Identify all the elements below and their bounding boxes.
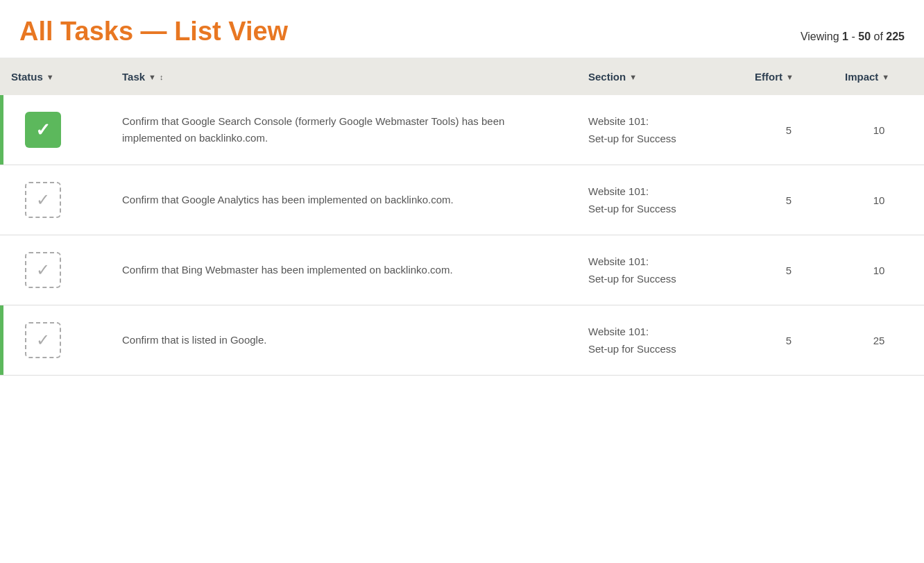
col-header-impact[interactable]: Impact ▼ bbox=[834, 58, 924, 95]
row-indicator bbox=[0, 305, 3, 375]
table-row: ✓Confirm that is listed in Google.Websit… bbox=[0, 305, 924, 376]
viewing-label: Viewing bbox=[801, 31, 839, 42]
status-cell-2[interactable]: ✓ bbox=[0, 235, 111, 305]
effort-cell-1: 5 bbox=[744, 165, 834, 235]
table-header-row: Status ▼ Task ▼ ↕ Section ▼ bbox=[0, 58, 924, 95]
status-cell-3[interactable]: ✓ bbox=[0, 305, 111, 376]
checkbox-pending[interactable]: ✓ bbox=[25, 252, 61, 288]
col-section-label: Section bbox=[588, 71, 626, 83]
checkbox-completed[interactable]: ✓ bbox=[25, 112, 61, 148]
checkmark-icon: ✓ bbox=[36, 190, 50, 210]
row-indicator bbox=[0, 165, 3, 235]
table-wrapper: Status ▼ Task ▼ ↕ Section ▼ bbox=[0, 58, 924, 376]
task-sort-icon: ▼ bbox=[148, 73, 156, 81]
impact-cell-1: 10 bbox=[834, 165, 924, 235]
row-indicator bbox=[0, 95, 3, 165]
section-cell-3: Website 101:Set-up for Success bbox=[577, 305, 744, 376]
table-row: ✓Confirm that Google Analytics has been … bbox=[0, 165, 924, 235]
table-row: ✓Confirm that Bing Webmaster has been im… bbox=[0, 235, 924, 305]
col-effort-label: Effort bbox=[755, 71, 782, 83]
task-cell-0: Confirm that Google Search Console (form… bbox=[111, 95, 577, 165]
section-cell-1: Website 101:Set-up for Success bbox=[577, 165, 744, 235]
table-row: ✓Confirm that Google Search Console (for… bbox=[0, 95, 924, 165]
col-impact-label: Impact bbox=[845, 71, 878, 83]
impact-cell-3: 25 bbox=[834, 305, 924, 376]
effort-cell-2: 5 bbox=[744, 235, 834, 305]
page-title: All Tasks — List View bbox=[19, 17, 288, 47]
viewing-info: Viewing 1 - 50 of 225 bbox=[801, 31, 905, 43]
task-cell-3: Confirm that is listed in Google. bbox=[111, 305, 577, 376]
effort-cell-3: 5 bbox=[744, 305, 834, 376]
col-header-status[interactable]: Status ▼ bbox=[0, 58, 111, 95]
checkbox-pending[interactable]: ✓ bbox=[25, 322, 61, 358]
impact-cell-0: 10 bbox=[834, 95, 924, 165]
col-status-label: Status bbox=[11, 71, 43, 83]
viewing-start: 1 bbox=[842, 31, 848, 42]
status-cell-1[interactable]: ✓ bbox=[0, 165, 111, 235]
section-cell-2: Website 101:Set-up for Success bbox=[577, 235, 744, 305]
checkmark-icon: ✓ bbox=[35, 119, 51, 141]
section-cell-0: Website 101:Set-up for Success bbox=[577, 95, 744, 165]
tasks-table: Status ▼ Task ▼ ↕ Section ▼ bbox=[0, 58, 924, 376]
task-cell-2: Confirm that Bing Webmaster has been imp… bbox=[111, 235, 577, 305]
col-header-task[interactable]: Task ▼ ↕ bbox=[111, 58, 577, 95]
checkmark-icon: ✓ bbox=[36, 260, 50, 280]
viewing-end: 50 bbox=[858, 31, 871, 42]
col-header-effort[interactable]: Effort ▼ bbox=[744, 58, 834, 95]
effort-sort-icon: ▼ bbox=[786, 73, 794, 81]
page-header: All Tasks — List View Viewing 1 - 50 of … bbox=[0, 0, 924, 58]
status-sort-icon: ▼ bbox=[46, 73, 54, 81]
col-header-section[interactable]: Section ▼ bbox=[577, 58, 744, 95]
status-cell-0[interactable]: ✓ bbox=[0, 95, 111, 165]
row-indicator bbox=[0, 235, 3, 305]
col-task-label: Task bbox=[122, 71, 145, 83]
checkmark-icon: ✓ bbox=[36, 330, 50, 350]
task-sort-updown-icon: ↕ bbox=[160, 73, 164, 81]
checkbox-pending[interactable]: ✓ bbox=[25, 182, 61, 218]
impact-cell-2: 10 bbox=[834, 235, 924, 305]
effort-cell-0: 5 bbox=[744, 95, 834, 165]
impact-sort-icon: ▼ bbox=[882, 73, 889, 81]
section-sort-icon: ▼ bbox=[629, 73, 637, 81]
viewing-total: 225 bbox=[886, 31, 905, 42]
task-cell-1: Confirm that Google Analytics has been i… bbox=[111, 165, 577, 235]
